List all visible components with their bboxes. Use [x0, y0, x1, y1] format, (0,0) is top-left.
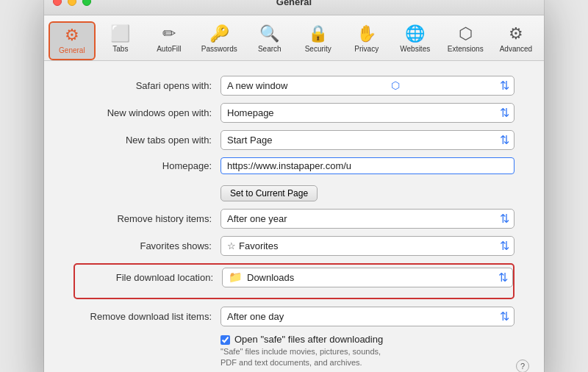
- favorites-row: Favorites shows: ☆ Favorites ⇅: [74, 236, 514, 256]
- tab-privacy[interactable]: ✋ Privacy: [343, 21, 390, 60]
- new-windows-control: Homepage ⇅: [220, 103, 514, 123]
- file-download-dropdown[interactable]: 📁 Downloads ⇅: [222, 268, 513, 287]
- new-tabs-label: New tabs open with:: [74, 135, 220, 146]
- open-safe-checkbox[interactable]: [220, 335, 230, 345]
- updown-icon3: ⇅: [500, 133, 509, 147]
- updown-icon4: ⇅: [500, 212, 509, 226]
- tab-tabs-label: Tabs: [112, 45, 128, 53]
- file-download-value: Downloads: [247, 272, 294, 283]
- tab-websites-label: Websites: [400, 45, 430, 53]
- new-tabs-dropdown[interactable]: Start Page ⇅: [220, 130, 514, 150]
- privacy-icon: ✋: [356, 24, 376, 43]
- set-current-row: Set to Current Page: [74, 182, 514, 201]
- new-windows-row: New windows open with: Homepage ⇅: [74, 103, 514, 123]
- star-icon: ☆: [227, 240, 236, 251]
- remove-history-row: Remove history items: After one year ⇅: [74, 209, 514, 229]
- new-tabs-value: Start Page: [227, 135, 272, 146]
- favorites-value: Favorites: [239, 240, 278, 251]
- tab-passwords-label: Passwords: [201, 45, 237, 53]
- tab-privacy-label: Privacy: [354, 45, 379, 53]
- file-download-row: File download location: 📁 Downloads ⇅: [75, 266, 513, 289]
- new-windows-dropdown[interactable]: Homepage ⇅: [220, 103, 514, 123]
- toolbar: ⚙ General ⬜ Tabs ✏ AutoFill 🔑 Passwords …: [44, 15, 544, 61]
- homepage-label: Homepage:: [74, 160, 220, 171]
- maximize-button[interactable]: [82, 0, 91, 6]
- help-button[interactable]: ?: [516, 360, 529, 372]
- titlebar: General: [44, 0, 544, 15]
- updown-icon2: ⇅: [500, 106, 509, 120]
- tab-general[interactable]: ⚙ General: [49, 21, 96, 60]
- remove-history-value: After one year: [227, 213, 287, 224]
- tab-security[interactable]: 🔒 Security: [295, 21, 342, 60]
- remove-download-control: After one day ⇅: [220, 307, 514, 326]
- new-windows-label: New windows open with:: [74, 107, 220, 118]
- general-icon: ⚙: [65, 26, 79, 45]
- updown-icon: ⇅: [500, 79, 509, 93]
- remove-history-dropdown[interactable]: After one year ⇅: [220, 209, 514, 229]
- open-safe-sublabel: "Safe" files include movies, pictures, s…: [220, 346, 514, 369]
- tab-tabs[interactable]: ⬜ Tabs: [97, 21, 144, 60]
- new-tabs-row: New tabs open with: Start Page ⇅: [74, 130, 514, 150]
- homepage-input[interactable]: [220, 157, 514, 174]
- minimize-button[interactable]: [68, 0, 76, 6]
- safari-opens-dropdown[interactable]: A new window ⬡ ⇅: [220, 76, 514, 96]
- window-title: General: [276, 0, 312, 7]
- file-download-control: 📁 Downloads ⇅: [222, 268, 513, 287]
- tab-extensions[interactable]: ⬡ Extensions: [440, 21, 491, 60]
- remove-download-value: After one day: [227, 311, 284, 322]
- tab-extensions-label: Extensions: [448, 45, 484, 53]
- remove-download-dropdown[interactable]: After one day ⇅: [220, 307, 514, 326]
- safari-opens-row: Safari opens with: A new window ⬡ ⇅: [74, 76, 514, 96]
- tab-security-label: Security: [305, 45, 331, 53]
- updown-icon7: ⇅: [500, 310, 509, 323]
- favorites-dropdown[interactable]: ☆ Favorites ⇅: [220, 236, 514, 256]
- favorites-label: Favorites shows:: [74, 240, 220, 251]
- remove-download-label: Remove download list items:: [74, 311, 220, 322]
- favorites-control: ☆ Favorites ⇅: [220, 236, 514, 256]
- safari-opens-value: A new window: [227, 80, 287, 91]
- websites-icon: 🌐: [405, 24, 425, 43]
- set-current-control: Set to Current Page: [220, 182, 514, 201]
- security-icon: 🔒: [308, 24, 328, 43]
- tab-advanced[interactable]: ⚙ Advanced: [492, 21, 539, 60]
- remove-history-label: Remove history items:: [74, 213, 220, 224]
- remove-history-control: After one year ⇅: [220, 209, 514, 229]
- safari-opens-label: Safari opens with:: [74, 80, 220, 91]
- extensions-icon: ⬡: [459, 24, 473, 43]
- tab-search-label: Search: [258, 45, 282, 53]
- tab-autofill-label: AutoFill: [157, 45, 181, 53]
- new-tabs-control: Start Page ⇅: [220, 130, 514, 150]
- homepage-row: Homepage:: [74, 157, 514, 174]
- new-windows-value: Homepage: [227, 107, 274, 118]
- tab-websites[interactable]: 🌐 Websites: [392, 21, 439, 60]
- safari-opens-control: A new window ⬡ ⇅: [220, 76, 514, 96]
- autofill-icon: ✏: [162, 24, 176, 43]
- file-download-label: File download location:: [75, 272, 222, 283]
- tab-search[interactable]: 🔍 Search: [246, 21, 293, 60]
- folder-icon: 📁: [229, 271, 243, 284]
- tabs-icon: ⬜: [110, 24, 130, 43]
- advanced-icon: ⚙: [509, 24, 523, 43]
- close-button[interactable]: [53, 0, 62, 6]
- tab-general-label: General: [59, 46, 85, 54]
- open-safe-row: Open "safe" files after downloading: [220, 334, 514, 345]
- open-safe-label: Open "safe" files after downloading: [234, 334, 383, 345]
- file-download-section: File download location: 📁 Downloads ⇅: [74, 263, 514, 299]
- content-area: Safari opens with: A new window ⬡ ⇅ New …: [44, 61, 544, 372]
- updown-icon5: ⇅: [500, 239, 509, 253]
- tab-autofill[interactable]: ✏ AutoFill: [146, 21, 193, 60]
- passwords-icon: 🔑: [209, 24, 229, 43]
- tab-passwords[interactable]: 🔑 Passwords: [194, 21, 245, 60]
- updown-icon6: ⇅: [498, 271, 508, 285]
- remove-download-row: Remove download list items: After one da…: [74, 307, 514, 326]
- traffic-lights: [53, 0, 91, 6]
- set-current-button[interactable]: Set to Current Page: [220, 185, 318, 201]
- homepage-control: [220, 157, 514, 174]
- tab-advanced-label: Advanced: [500, 45, 532, 53]
- search-icon: 🔍: [259, 24, 279, 43]
- chevron-icon: ⬡: [391, 79, 400, 91]
